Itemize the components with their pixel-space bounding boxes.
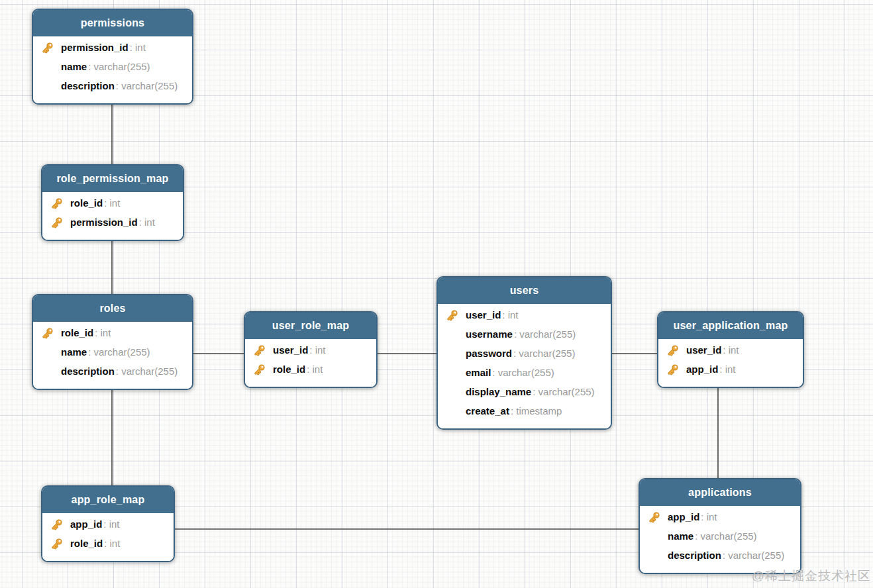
field-name: user_id — [273, 344, 308, 356]
field-type: : varchar(255) — [513, 348, 575, 359]
field-row[interactable]: display_name: varchar(255) — [438, 382, 611, 401]
field-type: : varchar(255) — [533, 386, 594, 397]
table-header[interactable]: roles — [33, 295, 192, 322]
table-body: user_id: intapp_id: int — [658, 339, 803, 387]
table-body: user_id: introle_id: int — [245, 339, 376, 387]
table-body: permission_id: intname: varchar(255)desc… — [33, 36, 192, 103]
field-row[interactable]: user_id: int — [438, 305, 611, 324]
field-row[interactable]: role_id: int — [42, 193, 183, 213]
field-type: : int — [309, 344, 325, 356]
field-name: name — [61, 346, 87, 358]
field-row[interactable]: role_id: int — [245, 360, 376, 379]
field-row[interactable]: name: varchar(255) — [640, 526, 800, 546]
field-row[interactable]: permission_id: int — [42, 213, 183, 232]
field-type: : varchar(255) — [514, 328, 576, 340]
field-row[interactable]: app_id: int — [640, 507, 800, 526]
field-row[interactable]: create_at: timestamp — [438, 401, 611, 420]
field-name: user_id — [686, 344, 721, 356]
field-row[interactable]: name: varchar(255) — [33, 57, 192, 76]
field-type: : varchar(255) — [723, 550, 784, 561]
table-title: permissions — [81, 17, 144, 28]
table-applications[interactable]: applications app_id: intname: varchar(25… — [639, 478, 801, 574]
table-body: user_id: intusername: varchar(255)passwo… — [438, 304, 611, 428]
table-header[interactable]: users — [438, 277, 611, 304]
table-title: user_role_map — [272, 320, 349, 331]
table-title: roles — [99, 303, 125, 314]
field-type: : varchar(255) — [88, 346, 150, 358]
table-user_role_map[interactable]: user_role_map user_id: introle_id: int — [244, 311, 378, 388]
field-name: role_id — [70, 197, 103, 209]
field-name: app_id — [668, 511, 699, 522]
table-app_role_map[interactable]: app_role_map app_id: introle_id: int — [41, 485, 175, 562]
table-header[interactable]: role_permission_map — [42, 166, 183, 192]
field-row[interactable]: email: varchar(255) — [438, 363, 611, 382]
field-name: role_id — [273, 364, 305, 375]
field-row[interactable]: user_id: int — [245, 340, 376, 360]
field-row[interactable]: permission_id: int — [33, 38, 192, 57]
field-type: : int — [502, 309, 518, 320]
table-header[interactable]: applications — [640, 479, 800, 506]
field-row[interactable]: app_id: int — [42, 514, 174, 534]
field-name: permission_id — [70, 217, 138, 228]
primary-key-icon — [42, 42, 61, 54]
field-type: : varchar(255) — [88, 61, 150, 72]
field-name: app_id — [686, 364, 718, 375]
table-body: app_id: introle_id: int — [42, 513, 174, 561]
primary-key-icon — [667, 364, 686, 375]
field-type: : varchar(255) — [492, 367, 554, 378]
field-type: : int — [104, 197, 120, 209]
field-row[interactable]: username: varchar(255) — [438, 324, 611, 344]
field-name: role_id — [70, 538, 103, 549]
field-name: name — [668, 530, 693, 542]
field-row[interactable]: description: varchar(255) — [640, 546, 800, 565]
table-users[interactable]: users user_id: intusername: varchar(255)… — [436, 276, 612, 430]
field-row[interactable]: description: varchar(255) — [33, 76, 192, 95]
table-header[interactable]: permissions — [33, 10, 192, 36]
field-row[interactable]: app_id: int — [658, 360, 803, 379]
primary-key-icon — [254, 364, 273, 375]
table-roles[interactable]: roles role_id: intname: varchar(255)desc… — [32, 294, 193, 390]
field-name: create_at — [466, 405, 509, 416]
field-type: : int — [719, 364, 735, 375]
watermark: @稀土掘金技术社区 — [752, 567, 871, 585]
field-row[interactable]: password: varchar(255) — [438, 344, 611, 363]
table-title: applications — [688, 487, 752, 498]
field-type: : int — [103, 518, 119, 530]
field-type: : varchar(255) — [695, 530, 756, 542]
table-permissions[interactable]: permissions permission_id: intname: varc… — [32, 9, 193, 105]
field-name: username — [466, 328, 513, 340]
field-type: : varchar(255) — [116, 80, 178, 91]
er-diagram-canvas: permissions permission_id: intname: varc… — [0, 0, 873, 588]
field-name: description — [61, 80, 115, 91]
field-name: description — [668, 550, 721, 561]
table-header[interactable]: app_role_map — [42, 487, 174, 513]
table-header[interactable]: user_application_map — [658, 313, 803, 339]
primary-key-icon — [648, 511, 668, 523]
table-body: role_id: intpermission_id: int — [42, 192, 183, 240]
field-name: password — [466, 348, 512, 359]
field-row[interactable]: name: varchar(255) — [33, 342, 192, 362]
primary-key-icon — [51, 217, 70, 228]
table-body: app_id: intname: varchar(255)description… — [640, 506, 800, 573]
table-role_permission_map[interactable]: role_permission_map role_id: intpermissi… — [41, 164, 184, 241]
field-row[interactable]: user_id: int — [658, 340, 803, 360]
primary-key-icon — [51, 518, 70, 530]
field-name: name — [61, 61, 87, 72]
field-name: description — [61, 366, 115, 377]
table-title: user_application_map — [674, 320, 788, 331]
field-row[interactable]: role_id: int — [42, 534, 174, 553]
field-row[interactable]: role_id: int — [33, 323, 192, 342]
field-name: role_id — [61, 327, 93, 338]
table-header[interactable]: user_role_map — [245, 313, 376, 339]
field-type: : int — [95, 327, 111, 338]
field-row[interactable]: description: varchar(255) — [33, 362, 192, 381]
field-type: : varchar(255) — [116, 366, 178, 377]
primary-key-icon — [446, 309, 466, 321]
field-type: : int — [701, 511, 717, 522]
field-type: : int — [723, 344, 739, 356]
primary-key-icon — [51, 538, 70, 550]
table-title: role_permission_map — [56, 173, 168, 184]
field-type: : timestamp — [511, 405, 562, 416]
primary-key-icon — [51, 197, 70, 209]
table-user_application_map[interactable]: user_application_map user_id: intapp_id:… — [657, 311, 804, 388]
